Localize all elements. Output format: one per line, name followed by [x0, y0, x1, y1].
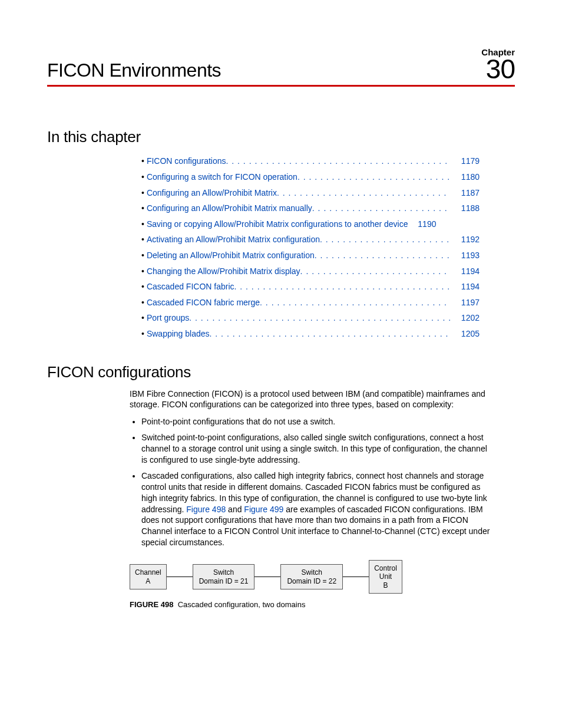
figure-498-caption: FIGURE 498 Cascaded configuration, two d…: [130, 599, 491, 610]
toc-item: • Cascaded FICON fabric 1194: [141, 279, 480, 295]
toc-leader: [226, 153, 450, 169]
toc-link[interactable]: Changing the Allow/Prohibit Matrix displ…: [147, 263, 300, 279]
toc-leader: [300, 263, 450, 279]
node-label: Switch: [287, 568, 336, 577]
node-label: B: [374, 581, 397, 589]
heading-ficon-configurations: FICON configurations: [47, 363, 515, 381]
toc-link[interactable]: Deleting an Allow/Prohibit Matrix config…: [147, 248, 315, 263]
xref-figure-499[interactable]: Figure 499: [244, 505, 283, 514]
node-label: Control: [374, 564, 397, 572]
chapter-title-row: FICON Environments 30: [47, 57, 515, 87]
toc-link[interactable]: Configuring an Allow/Prohibit Matrix man…: [147, 200, 312, 216]
toc-leader: [260, 295, 450, 311]
node-control-unit-b: Control Unit B: [369, 560, 402, 594]
figure-caption-label: FIGURE 498: [130, 600, 173, 609]
bullet-icon: •: [141, 279, 144, 295]
list-item: Cascaded configurations, also called hig…: [141, 470, 491, 548]
body-content: IBM Fibre Connection (FICON) is a protoc…: [130, 388, 491, 610]
toc-leader: [189, 310, 450, 326]
toc-leader: [315, 248, 450, 263]
node-label: Domain ID = 22: [287, 577, 336, 585]
toc-page[interactable]: 1194: [455, 263, 480, 279]
node-label: A: [135, 577, 161, 585]
node-switch-22: Switch Domain ID = 22: [280, 564, 343, 589]
toc-leader: [297, 169, 450, 185]
bullet-icon: •: [141, 216, 144, 232]
toc-page[interactable]: 1190: [411, 216, 436, 232]
toc-item: • Saving or copying Allow/Prohibit Matri…: [141, 216, 480, 232]
toc-link[interactable]: Cascaded FICON fabric merge: [147, 295, 260, 311]
toc-list: • FICON configurations 1179 • Configurin…: [141, 153, 480, 341]
toc-link[interactable]: Port groups: [147, 310, 189, 326]
toc-item: • Deleting an Allow/Prohibit Matrix conf…: [141, 248, 480, 263]
bullet-icon: •: [141, 310, 144, 326]
toc-leader: [320, 232, 450, 248]
chapter-label: Chapter: [47, 47, 515, 57]
list-item: Point-to-point configurations that do no…: [141, 416, 491, 427]
toc-link[interactable]: Saving or copying Allow/Prohibit Matrix …: [147, 216, 408, 232]
bullet-icon: •: [141, 232, 144, 248]
toc-page[interactable]: 1180: [455, 169, 480, 185]
toc-item: • Configuring a switch for FICON operati…: [141, 169, 480, 185]
node-label: Channel: [135, 568, 161, 577]
list-item: Switched point-to-point configurations, …: [141, 432, 491, 466]
toc-page[interactable]: 1205: [455, 326, 480, 342]
bullet-icon: •: [141, 200, 144, 216]
bullet-icon: •: [141, 326, 144, 342]
connector-line: [167, 577, 193, 577]
toc-link[interactable]: Activating an Allow/Prohibit Matrix conf…: [147, 232, 320, 248]
toc-item: • Activating an Allow/Prohibit Matrix co…: [141, 232, 480, 248]
toc-link[interactable]: Swapping blades: [147, 326, 210, 342]
toc-item: • Port groups 1202: [141, 310, 480, 326]
chapter-title: FICON Environments: [47, 60, 221, 81]
toc-item: • Configuring an Allow/Prohibit Matrix m…: [141, 200, 480, 216]
toc-leader: [277, 185, 450, 201]
toc-link[interactable]: Configuring a switch for FICON operation: [147, 169, 297, 185]
bullet-icon: •: [141, 248, 144, 263]
node-label: Domain ID = 21: [199, 577, 249, 585]
toc-page[interactable]: 1197: [455, 295, 480, 311]
toc-leader: [210, 326, 450, 342]
toc-item: • Cascaded FICON fabric merge 1197: [141, 295, 480, 311]
xref-figure-498[interactable]: Figure 498: [186, 505, 226, 514]
connector-line: [343, 577, 369, 577]
bullet-icon: •: [141, 153, 144, 169]
heading-in-this-chapter: In this chapter: [47, 128, 515, 146]
toc-item: • Swapping blades 1205: [141, 326, 480, 342]
intro-paragraph: IBM Fibre Connection (FICON) is a protoc…: [130, 388, 491, 411]
node-label: Unit: [374, 572, 397, 581]
figure-498: Channel A Switch Domain ID = 21 Switch D…: [130, 560, 491, 610]
connector-line: [254, 577, 280, 577]
toc-link[interactable]: Cascaded FICON fabric: [147, 279, 234, 295]
toc-page[interactable]: 1188: [455, 200, 480, 216]
toc-item: • Changing the Allow/Prohibit Matrix dis…: [141, 263, 480, 279]
toc-page[interactable]: 1193: [455, 248, 480, 263]
bullet-icon: •: [141, 263, 144, 279]
node-switch-21: Switch Domain ID = 21: [193, 564, 255, 589]
chapter-number: 30: [486, 57, 515, 81]
toc-page[interactable]: 1194: [455, 279, 480, 295]
list-item-text: and: [226, 505, 244, 514]
toc-page[interactable]: 1187: [455, 185, 480, 201]
figure-498-diagram: Channel A Switch Domain ID = 21 Switch D…: [130, 560, 491, 594]
toc-item: • FICON configurations 1179: [141, 153, 480, 169]
figure-caption-text: Cascaded configuration, two domains: [178, 600, 306, 609]
bullet-icon: •: [141, 169, 144, 185]
toc-page[interactable]: 1192: [455, 232, 480, 248]
node-label: Switch: [199, 568, 249, 577]
node-channel-a: Channel A: [130, 564, 167, 589]
toc-page[interactable]: 1202: [455, 310, 480, 326]
config-types-list: Point-to-point configurations that do no…: [130, 416, 491, 548]
toc-leader: [234, 279, 450, 295]
toc-leader: [312, 200, 450, 216]
bullet-icon: •: [141, 185, 144, 201]
toc-page[interactable]: 1179: [455, 153, 480, 169]
toc-link[interactable]: Configuring an Allow/Prohibit Matrix: [147, 185, 277, 201]
toc-item: • Configuring an Allow/Prohibit Matrix 1…: [141, 185, 480, 201]
bullet-icon: •: [141, 295, 144, 311]
toc-link[interactable]: FICON configurations: [147, 153, 226, 169]
